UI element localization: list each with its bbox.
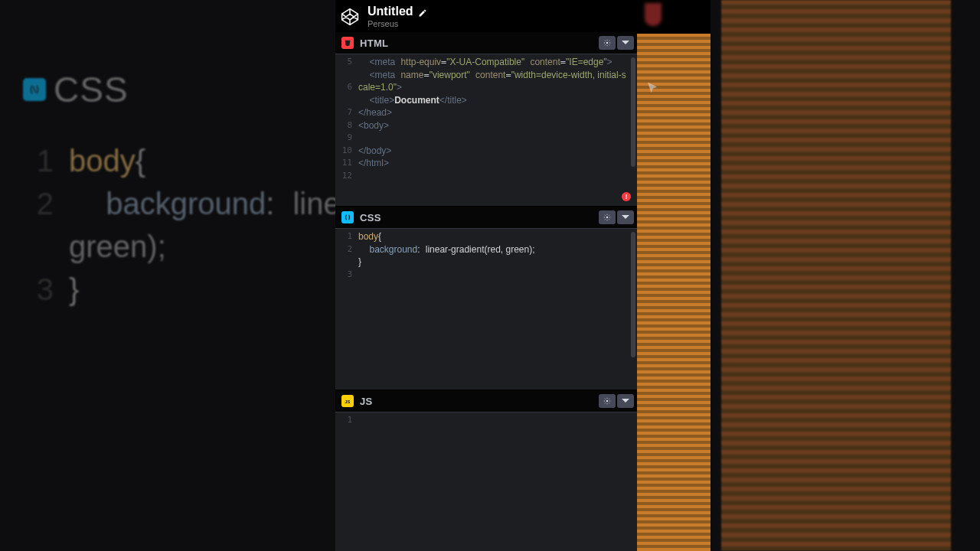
css-gutter: 12 3 — [335, 230, 352, 281]
bg-css-badge: CSS — [23, 69, 129, 110]
html-dropdown-button[interactable] — [617, 36, 634, 50]
svg-point-1 — [606, 217, 609, 219]
bg-gradient-preview — [721, 0, 951, 551]
edit-title-icon[interactable] — [418, 7, 427, 16]
css-settings-button[interactable] — [599, 210, 616, 224]
bg-css-label: CSS — [54, 69, 129, 110]
preview-output — [637, 34, 710, 551]
html-gutter: 5 6 789101112 — [335, 56, 352, 182]
cursor-icon — [645, 81, 659, 95]
js-editor[interactable]: 1 — [335, 412, 637, 551]
codepen-editor: Untitled Perseus HTML 5 6 789101112 <met… — [335, 0, 637, 551]
js-code[interactable] — [358, 412, 637, 416]
codepen-logo-icon[interactable] — [340, 7, 360, 27]
js-dropdown-button[interactable] — [617, 394, 634, 408]
css-code[interactable]: body{ background: linear-gradient(red, g… — [358, 229, 637, 270]
svg-point-3 — [606, 400, 609, 403]
html-icon — [341, 37, 354, 49]
js-gutter: 1 — [335, 414, 352, 427]
js-settings-button[interactable] — [599, 394, 616, 408]
pen-title: Untitled — [368, 5, 413, 18]
js-panel-header: JS JS — [335, 390, 637, 412]
error-badge-icon[interactable]: ! — [622, 192, 631, 201]
header: Untitled Perseus — [335, 0, 637, 31]
svg-point-0 — [606, 42, 609, 44]
css-icon — [23, 78, 46, 101]
header-info: Untitled Perseus — [368, 5, 427, 28]
css-dropdown-button[interactable] — [617, 210, 634, 224]
preview-red-blur — [645, 3, 662, 26]
js-label: JS — [360, 396, 373, 407]
svg-text:JS: JS — [345, 399, 350, 404]
html-editor[interactable]: 5 6 789101112 <meta http-equiv="X-UA-Com… — [335, 54, 637, 206]
bg-css-panel: CSS 1body{ 2 background: line green); 3} — [23, 69, 329, 306]
pen-author: Perseus — [368, 19, 427, 28]
html-settings-button[interactable] — [599, 36, 616, 50]
css-panel-header: CSS — [335, 206, 637, 229]
css-icon — [341, 211, 354, 223]
html-code[interactable]: <meta http-equiv="X-UA-Compatible" conte… — [358, 54, 637, 171]
css-scrollbar[interactable] — [631, 232, 635, 357]
html-label: HTML — [360, 37, 388, 49]
bg-code-block: 1body{ 2 background: line green); 3} — [23, 139, 329, 311]
css-label: CSS — [360, 212, 381, 223]
js-icon: JS — [341, 395, 354, 407]
css-editor[interactable]: 12 3 body{ background: linear-gradient(r… — [335, 229, 637, 390]
html-scrollbar[interactable] — [631, 57, 635, 167]
html-panel-header: HTML — [335, 31, 637, 54]
title-row[interactable]: Untitled — [368, 5, 427, 18]
